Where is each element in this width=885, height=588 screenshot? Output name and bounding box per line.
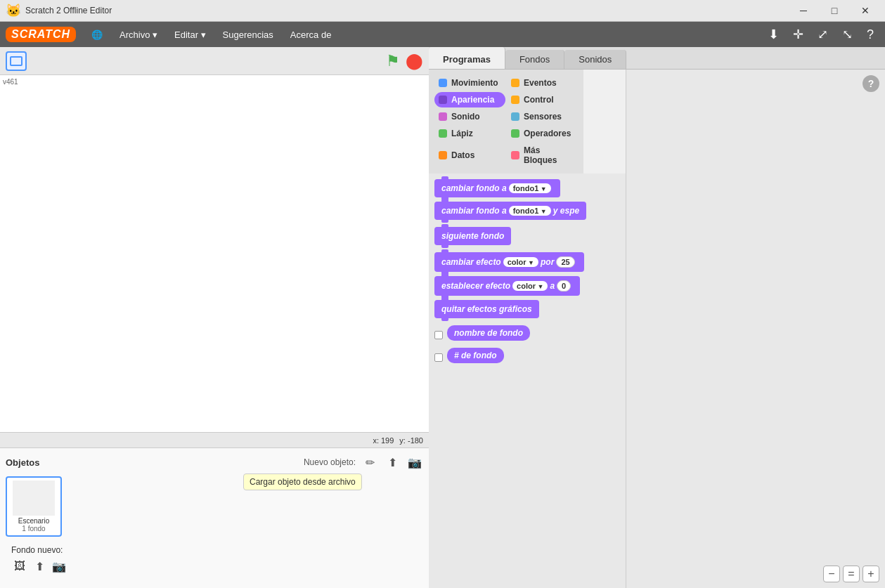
new-sprite-camera-button[interactable]: 📷 <box>406 454 423 471</box>
tab-fondos[interactable]: Fondos <box>505 50 564 69</box>
block-siguiente-fondo[interactable]: siguiente fondo <box>434 227 511 245</box>
category-operadores-label: Operadores <box>524 129 571 138</box>
green-flag-button[interactable]: ⚑ <box>386 52 400 70</box>
category-lapiz[interactable]: Lápiz <box>434 126 505 141</box>
fondo-nuevo-label: Fondo nuevo: <box>11 545 63 555</box>
x-coord: x: 199 <box>373 436 394 445</box>
category-lapiz-label: Lápiz <box>451 129 473 138</box>
category-sensores[interactable]: Sensores <box>507 109 578 124</box>
svg-rect-0 <box>11 57 22 65</box>
category-sonido-label: Sonido <box>451 112 480 122</box>
fondo-nuevo-section: Fondo nuevo: 🖼 ⬆ 📷 <box>6 542 423 577</box>
fondo-upload-button[interactable]: ⬆ <box>31 558 48 575</box>
tab-programas[interactable]: Programas <box>429 47 505 69</box>
shrink-icon[interactable]: ⤡ <box>836 25 858 44</box>
palette-categories: Movimiento Eventos Apariencia Control <box>429 70 583 174</box>
block-quitar-efectos[interactable]: quitar efectos gráficos <box>434 300 539 318</box>
stage-label: v461 <box>3 78 18 86</box>
sprite-preview-escenario <box>13 481 55 516</box>
block-dropdown-color2[interactable]: color <box>512 281 548 291</box>
category-mas-bloques-label: Más Bloques <box>524 145 574 165</box>
sprites-header: Objetos Nuevo objeto: ✏ ⬆ Cargar objeto … <box>6 454 423 471</box>
stop-button[interactable]: ⬤ <box>406 52 423 70</box>
block-text-5: establecer efecto <box>441 281 510 291</box>
maximize-button[interactable]: □ <box>820 0 848 22</box>
fondo-paint-button[interactable]: 🖼 <box>11 558 28 575</box>
checkbox-num-fondo[interactable] <box>434 353 443 362</box>
y-coord: y: -180 <box>399 436 423 445</box>
category-datos-label: Datos <box>451 150 474 160</box>
block-text-6: quitar efectos gráficos <box>441 304 532 314</box>
blocks-container: Movimiento Eventos Apariencia Control <box>429 70 885 588</box>
zoom-reset-button[interactable]: = <box>843 566 860 582</box>
tabs: Programas Fondos Sonidos <box>429 47 885 70</box>
help-menu-icon[interactable]: ? <box>861 26 879 44</box>
category-apariencia-label: Apariencia <box>451 95 494 105</box>
menu-editar[interactable]: Editar ▾ <box>167 27 213 43</box>
stage-view-button[interactable] <box>6 51 27 71</box>
menu-archivo[interactable]: Archivo ▾ <box>112 27 164 43</box>
close-button[interactable]: ✕ <box>851 0 879 22</box>
block-text-3: siguiente fondo <box>441 231 504 241</box>
reporter-row-num-fondo: # de fondo <box>434 348 620 367</box>
crosshair-icon[interactable]: ✛ <box>787 25 809 44</box>
download-icon[interactable]: ⬇ <box>763 25 784 44</box>
category-datos[interactable]: Datos <box>434 143 505 168</box>
category-sonido[interactable]: Sonido <box>434 109 505 124</box>
fullscreen-icon[interactable]: ⤢ <box>812 25 834 44</box>
block-text-2: cambiar fondo a <box>441 206 507 216</box>
help-button[interactable]: ? <box>863 75 879 92</box>
menu-sugerencias[interactable]: Sugerencias <box>216 27 280 43</box>
block-dropdown-color1[interactable]: color <box>503 257 538 267</box>
block-dropdown-fondo1[interactable]: fondo1 <box>509 183 551 193</box>
block-nombre-fondo[interactable]: nombre de fondo <box>447 325 530 341</box>
category-eventos[interactable]: Eventos <box>507 75 578 91</box>
script-area[interactable]: ? − = + <box>626 70 885 588</box>
stage-canvas: v461 <box>0 75 429 432</box>
main-area: ⚑ ⬤ v461 x: 199 y: -180 Objetos Nuevo ob… <box>0 47 885 588</box>
block-input-0[interactable]: 0 <box>557 280 571 292</box>
category-movimiento[interactable]: Movimiento <box>434 75 505 91</box>
block-text-4b: por <box>541 257 554 267</box>
menubar: SCRATCH 🌐 Archivo ▾ Editar ▾ Sugerencias… <box>0 22 885 47</box>
block-palette: Movimiento Eventos Apariencia Control <box>429 70 626 588</box>
block-cambiar-fondo[interactable]: cambiar fondo a fondo1 <box>434 179 560 197</box>
tab-sonidos[interactable]: Sonidos <box>564 50 626 69</box>
zoom-controls: − = + <box>823 566 879 582</box>
block-input-25[interactable]: 25 <box>556 256 574 268</box>
block-establecer-efecto[interactable]: establecer efecto color a 0 <box>434 276 580 296</box>
stage-coords: x: 199 y: -180 <box>0 432 429 447</box>
zoom-out-button[interactable]: − <box>823 566 840 582</box>
category-apariencia[interactable]: Apariencia <box>434 92 505 107</box>
new-sprite-paint-button[interactable]: ✏ <box>361 454 378 471</box>
stage-area: ⚑ ⬤ v461 x: 199 y: -180 Objetos Nuevo ob… <box>0 47 429 588</box>
fondo-camera-button[interactable]: 📷 <box>51 558 67 575</box>
new-sprite-label: Nuevo objeto: <box>304 457 356 467</box>
new-sprite-wizard-button[interactable]: ⬆ Cargar objeto desde archivo <box>384 454 401 471</box>
block-cambiar-efecto[interactable]: cambiar efecto color por 25 <box>434 252 584 272</box>
block-dropdown-fondo1b[interactable]: fondo1 <box>509 206 551 216</box>
palette-blocks: cambiar fondo a fondo1 cambiar fondo a f… <box>429 174 626 588</box>
globe-icon[interactable]: 🌐 <box>84 27 110 43</box>
block-num-fondo[interactable]: # de fondo <box>447 348 504 363</box>
category-control[interactable]: Control <box>507 92 578 107</box>
category-control-label: Control <box>524 95 554 105</box>
block-text-1: cambiar fondo a <box>441 183 507 193</box>
block-cambiar-fondo-esperar[interactable]: cambiar fondo a fondo1 y espe <box>434 202 586 220</box>
title-text: Scratch 2 Offline Editor <box>25 6 789 15</box>
zoom-in-button[interactable]: + <box>863 566 879 582</box>
category-mas-bloques[interactable]: Más Bloques <box>507 143 578 168</box>
app-icon: 🐱 <box>6 3 21 18</box>
menu-acerca[interactable]: Acerca de <box>283 27 339 43</box>
reporter-row-nombre-fondo: nombre de fondo <box>434 325 620 345</box>
sprite-name-escenario: Escenario <box>10 517 58 525</box>
blocks-area: Programas Fondos Sonidos Movimiento Even… <box>429 47 885 588</box>
fondo-nuevo-actions: 🖼 ⬆ 📷 <box>11 558 418 575</box>
sprites-title: Objetos <box>6 457 39 468</box>
category-operadores[interactable]: Operadores <box>507 126 578 141</box>
block-text-5b: a <box>550 281 555 291</box>
sprite-escenario[interactable]: Escenario 1 fondo <box>6 476 62 537</box>
sprites-panel: Objetos Nuevo objeto: ✏ ⬆ Cargar objeto … <box>0 447 429 588</box>
checkbox-nombre-fondo[interactable] <box>434 331 443 339</box>
minimize-button[interactable]: ─ <box>789 0 818 22</box>
